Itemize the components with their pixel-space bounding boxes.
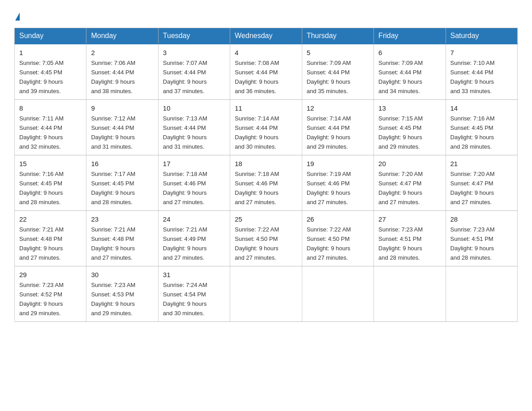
- day-info: Sunrise: 7:21 AMSunset: 4:48 PMDaylight:…: [91, 226, 135, 261]
- day-info: Sunrise: 7:21 AMSunset: 4:48 PMDaylight:…: [19, 226, 64, 261]
- day-info: Sunrise: 7:23 AMSunset: 4:52 PMDaylight:…: [19, 282, 64, 317]
- day-cell-11: 11Sunrise: 7:14 AMSunset: 4:44 PMDayligh…: [230, 99, 302, 155]
- day-info: Sunrise: 7:14 AMSunset: 4:44 PMDaylight:…: [307, 115, 351, 150]
- day-info: Sunrise: 7:15 AMSunset: 4:45 PMDaylight:…: [378, 115, 423, 150]
- day-info: Sunrise: 7:08 AMSunset: 4:44 PMDaylight:…: [235, 60, 279, 94]
- day-cell-29: 29Sunrise: 7:23 AMSunset: 4:52 PMDayligh…: [15, 266, 86, 321]
- page-header: [14, 11, 518, 21]
- day-cell-6: 6Sunrise: 7:09 AMSunset: 4:44 PMDaylight…: [374, 44, 446, 99]
- day-info: Sunrise: 7:23 AMSunset: 4:51 PMDaylight:…: [378, 226, 423, 261]
- day-number: 20: [378, 158, 441, 169]
- day-number: 30: [91, 270, 153, 280]
- day-cell-17: 17Sunrise: 7:18 AMSunset: 4:46 PMDayligh…: [158, 155, 230, 210]
- day-info: Sunrise: 7:20 AMSunset: 4:47 PMDaylight:…: [450, 171, 495, 206]
- day-cell-23: 23Sunrise: 7:21 AMSunset: 4:48 PMDayligh…: [86, 210, 158, 266]
- day-info: Sunrise: 7:16 AMSunset: 4:45 PMDaylight:…: [450, 115, 495, 150]
- day-number: 24: [163, 214, 225, 224]
- day-cell-12: 12Sunrise: 7:14 AMSunset: 4:44 PMDayligh…: [302, 99, 373, 155]
- day-number: 14: [450, 103, 513, 113]
- day-header-tuesday: Tuesday: [158, 28, 230, 44]
- day-number: 7: [450, 47, 513, 58]
- day-number: 8: [19, 103, 82, 113]
- day-number: 22: [19, 214, 82, 224]
- day-number: 16: [91, 158, 153, 169]
- day-cell-19: 19Sunrise: 7:19 AMSunset: 4:46 PMDayligh…: [302, 155, 373, 210]
- day-info: Sunrise: 7:17 AMSunset: 4:45 PMDaylight:…: [91, 171, 135, 206]
- day-header-sunday: Sunday: [15, 28, 86, 44]
- day-number: 4: [235, 47, 297, 58]
- day-cell-18: 18Sunrise: 7:18 AMSunset: 4:46 PMDayligh…: [230, 155, 302, 210]
- day-number: 21: [450, 158, 513, 169]
- day-number: 3: [163, 47, 225, 58]
- day-number: 18: [235, 158, 297, 169]
- day-cell-9: 9Sunrise: 7:12 AMSunset: 4:44 PMDaylight…: [86, 99, 158, 155]
- day-info: Sunrise: 7:06 AMSunset: 4:44 PMDaylight:…: [91, 60, 135, 94]
- day-cell-2: 2Sunrise: 7:06 AMSunset: 4:44 PMDaylight…: [86, 44, 158, 99]
- day-info: Sunrise: 7:23 AMSunset: 4:51 PMDaylight:…: [450, 226, 495, 261]
- empty-cell: [230, 266, 302, 321]
- day-cell-15: 15Sunrise: 7:16 AMSunset: 4:45 PMDayligh…: [15, 155, 86, 210]
- empty-cell: [302, 266, 373, 321]
- day-cell-21: 21Sunrise: 7:20 AMSunset: 4:47 PMDayligh…: [446, 155, 517, 210]
- day-info: Sunrise: 7:09 AMSunset: 4:44 PMDaylight:…: [307, 60, 351, 94]
- day-number: 19: [307, 158, 369, 169]
- logo: [14, 11, 20, 21]
- day-cell-5: 5Sunrise: 7:09 AMSunset: 4:44 PMDaylight…: [302, 44, 373, 99]
- logo-blue-text: [14, 13, 20, 21]
- day-number: 6: [378, 47, 441, 58]
- day-info: Sunrise: 7:07 AMSunset: 4:44 PMDaylight:…: [163, 60, 207, 94]
- day-info: Sunrise: 7:11 AMSunset: 4:44 PMDaylight:…: [19, 115, 64, 150]
- day-cell-20: 20Sunrise: 7:20 AMSunset: 4:47 PMDayligh…: [374, 155, 446, 210]
- day-cell-7: 7Sunrise: 7:10 AMSunset: 4:44 PMDaylight…: [446, 44, 517, 99]
- day-info: Sunrise: 7:20 AMSunset: 4:47 PMDaylight:…: [378, 171, 423, 206]
- day-cell-4: 4Sunrise: 7:08 AMSunset: 4:44 PMDaylight…: [230, 44, 302, 99]
- day-cell-1: 1Sunrise: 7:05 AMSunset: 4:45 PMDaylight…: [15, 44, 86, 99]
- day-cell-26: 26Sunrise: 7:22 AMSunset: 4:50 PMDayligh…: [302, 210, 373, 266]
- day-header-friday: Friday: [374, 28, 446, 44]
- day-number: 1: [19, 47, 82, 58]
- day-number: 2: [91, 47, 153, 58]
- day-info: Sunrise: 7:24 AMSunset: 4:54 PMDaylight:…: [163, 282, 207, 317]
- day-number: 31: [163, 270, 225, 280]
- day-number: 17: [163, 158, 225, 169]
- day-number: 12: [307, 103, 369, 113]
- day-cell-27: 27Sunrise: 7:23 AMSunset: 4:51 PMDayligh…: [374, 210, 446, 266]
- empty-cell: [446, 266, 517, 321]
- day-info: Sunrise: 7:13 AMSunset: 4:44 PMDaylight:…: [163, 115, 207, 150]
- day-info: Sunrise: 7:05 AMSunset: 4:45 PMDaylight:…: [19, 60, 64, 94]
- week-row-5: 29Sunrise: 7:23 AMSunset: 4:52 PMDayligh…: [15, 266, 518, 321]
- day-info: Sunrise: 7:22 AMSunset: 4:50 PMDaylight:…: [307, 226, 351, 261]
- day-number: 23: [91, 214, 153, 224]
- day-info: Sunrise: 7:18 AMSunset: 4:46 PMDaylight:…: [235, 171, 279, 206]
- day-number: 26: [307, 214, 369, 224]
- empty-cell: [374, 266, 446, 321]
- week-row-3: 15Sunrise: 7:16 AMSunset: 4:45 PMDayligh…: [15, 155, 518, 210]
- day-cell-24: 24Sunrise: 7:21 AMSunset: 4:49 PMDayligh…: [158, 210, 230, 266]
- day-number: 15: [19, 158, 82, 169]
- day-number: 25: [235, 214, 297, 224]
- week-row-4: 22Sunrise: 7:21 AMSunset: 4:48 PMDayligh…: [15, 210, 518, 266]
- day-cell-22: 22Sunrise: 7:21 AMSunset: 4:48 PMDayligh…: [15, 210, 86, 266]
- day-cell-8: 8Sunrise: 7:11 AMSunset: 4:44 PMDaylight…: [15, 99, 86, 155]
- day-number: 28: [450, 214, 513, 224]
- day-header-wednesday: Wednesday: [230, 28, 302, 44]
- day-header-monday: Monday: [86, 28, 158, 44]
- day-number: 10: [163, 103, 225, 113]
- day-info: Sunrise: 7:16 AMSunset: 4:45 PMDaylight:…: [19, 171, 64, 206]
- day-cell-30: 30Sunrise: 7:23 AMSunset: 4:53 PMDayligh…: [86, 266, 158, 321]
- day-info: Sunrise: 7:12 AMSunset: 4:44 PMDaylight:…: [91, 115, 135, 150]
- day-cell-13: 13Sunrise: 7:15 AMSunset: 4:45 PMDayligh…: [374, 99, 446, 155]
- week-row-1: 1Sunrise: 7:05 AMSunset: 4:45 PMDaylight…: [15, 44, 518, 99]
- day-number: 9: [91, 103, 153, 113]
- day-number: 13: [378, 103, 441, 113]
- calendar-table: SundayMondayTuesdayWednesdayThursdayFrid…: [14, 28, 518, 322]
- logo-triangle-icon: [15, 13, 20, 21]
- days-header-row: SundayMondayTuesdayWednesdayThursdayFrid…: [15, 28, 518, 44]
- day-cell-28: 28Sunrise: 7:23 AMSunset: 4:51 PMDayligh…: [446, 210, 517, 266]
- day-info: Sunrise: 7:10 AMSunset: 4:44 PMDaylight:…: [450, 60, 495, 94]
- day-number: 11: [235, 103, 297, 113]
- day-info: Sunrise: 7:19 AMSunset: 4:46 PMDaylight:…: [307, 171, 351, 206]
- day-number: 29: [19, 270, 82, 280]
- day-header-thursday: Thursday: [302, 28, 373, 44]
- day-info: Sunrise: 7:21 AMSunset: 4:49 PMDaylight:…: [163, 226, 207, 261]
